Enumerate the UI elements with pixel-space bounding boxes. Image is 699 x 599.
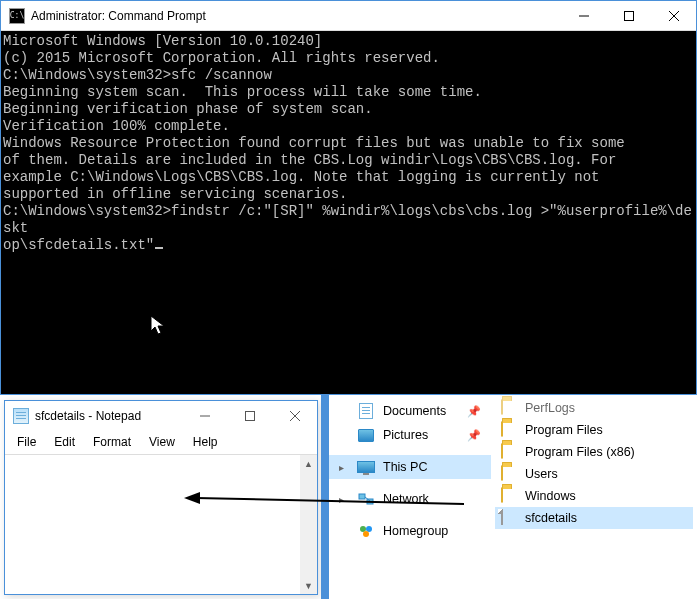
scroll-down-icon[interactable]: ▼ bbox=[300, 577, 317, 594]
file-explorer: Documents 📌 Pictures 📌 ▸ This PC ▸ Netwo… bbox=[329, 395, 697, 599]
folder-icon bbox=[501, 421, 503, 437]
menu-format[interactable]: Format bbox=[85, 433, 139, 451]
file-icon bbox=[501, 509, 503, 525]
np-minimize-button[interactable] bbox=[182, 401, 227, 431]
folder-icon bbox=[501, 399, 503, 415]
svg-point-12 bbox=[366, 526, 372, 532]
notepad-textarea[interactable]: ▲ ▼ bbox=[5, 454, 317, 594]
nav-label: Documents bbox=[383, 404, 446, 418]
nav-homegroup[interactable]: Homegroup bbox=[329, 519, 491, 543]
pin-icon: 📌 bbox=[467, 405, 481, 418]
folder-icon bbox=[501, 443, 503, 459]
this-pc-icon bbox=[357, 461, 375, 473]
cmd-titlebar[interactable]: C:\ Administrator: Command Prompt bbox=[1, 1, 696, 31]
item-label: Program Files (x86) bbox=[525, 445, 635, 459]
cmd-output[interactable]: Microsoft Windows [Version 10.0.10240](c… bbox=[1, 31, 696, 256]
nav-label: Network bbox=[383, 492, 429, 506]
item-label: PerfLogs bbox=[525, 401, 575, 415]
nav-network[interactable]: ▸ Network bbox=[329, 487, 491, 511]
folder-icon bbox=[501, 487, 503, 503]
list-item[interactable]: Program Files (x86) bbox=[495, 441, 693, 463]
homegroup-icon bbox=[359, 524, 373, 538]
nav-label: This PC bbox=[383, 460, 427, 474]
svg-rect-5 bbox=[245, 412, 254, 421]
command-prompt-window: C:\ Administrator: Command Prompt Micros… bbox=[0, 0, 697, 395]
expand-icon[interactable]: ▸ bbox=[339, 462, 349, 473]
notepad-scrollbar[interactable]: ▲ ▼ bbox=[300, 455, 317, 594]
pin-icon: 📌 bbox=[467, 429, 481, 442]
nav-label: Homegroup bbox=[383, 524, 448, 538]
scroll-up-icon[interactable]: ▲ bbox=[300, 455, 317, 472]
cursor bbox=[155, 247, 163, 249]
np-close-button[interactable] bbox=[272, 401, 317, 431]
item-label: Windows bbox=[525, 489, 576, 503]
notepad-icon bbox=[13, 408, 29, 424]
notepad-title: sfcdetails - Notepad bbox=[35, 409, 182, 423]
folder-icon bbox=[501, 465, 503, 481]
list-item[interactable]: Program Files bbox=[495, 419, 693, 441]
menu-view[interactable]: View bbox=[141, 433, 183, 451]
close-button[interactable] bbox=[651, 1, 696, 30]
expand-icon[interactable]: ▸ bbox=[339, 494, 349, 505]
nav-label: Pictures bbox=[383, 428, 428, 442]
list-item[interactable]: Users bbox=[495, 463, 693, 485]
notepad-window: sfcdetails - Notepad File Edit Format Vi… bbox=[4, 400, 318, 595]
nav-documents[interactable]: Documents 📌 bbox=[329, 399, 491, 423]
notepad-menubar: File Edit Format View Help bbox=[5, 431, 317, 454]
network-icon bbox=[358, 493, 374, 505]
list-item[interactable]: Windows bbox=[495, 485, 693, 507]
item-label: Users bbox=[525, 467, 558, 481]
window-divider[interactable] bbox=[321, 395, 329, 599]
np-maximize-button[interactable] bbox=[227, 401, 272, 431]
explorer-nav-pane: Documents 📌 Pictures 📌 ▸ This PC ▸ Netwo… bbox=[329, 395, 491, 599]
list-item[interactable]: PerfLogs bbox=[495, 397, 693, 419]
maximize-button[interactable] bbox=[606, 1, 651, 30]
nav-pictures[interactable]: Pictures 📌 bbox=[329, 423, 491, 447]
item-label: Program Files bbox=[525, 423, 603, 437]
svg-point-13 bbox=[363, 531, 369, 537]
svg-point-11 bbox=[360, 526, 366, 532]
menu-help[interactable]: Help bbox=[185, 433, 226, 451]
explorer-file-list[interactable]: PerfLogs Program Files Program Files (x8… bbox=[491, 395, 697, 599]
menu-edit[interactable]: Edit bbox=[46, 433, 83, 451]
nav-this-pc[interactable]: ▸ This PC bbox=[329, 455, 491, 479]
svg-rect-1 bbox=[624, 11, 633, 20]
item-label: sfcdetails bbox=[525, 511, 577, 525]
cmd-icon: C:\ bbox=[9, 8, 25, 24]
pictures-icon bbox=[358, 429, 374, 442]
menu-file[interactable]: File bbox=[9, 433, 44, 451]
svg-rect-8 bbox=[359, 494, 365, 499]
minimize-button[interactable] bbox=[561, 1, 606, 30]
cmd-title: Administrator: Command Prompt bbox=[31, 9, 561, 23]
documents-icon bbox=[359, 403, 373, 419]
list-item-sfcdetails[interactable]: sfcdetails bbox=[495, 507, 693, 529]
notepad-titlebar[interactable]: sfcdetails - Notepad bbox=[5, 401, 317, 431]
